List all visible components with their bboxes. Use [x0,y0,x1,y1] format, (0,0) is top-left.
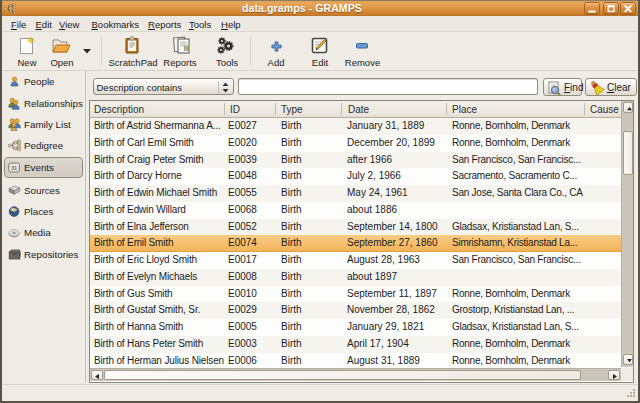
svg-text:31: 31 [11,164,17,170]
